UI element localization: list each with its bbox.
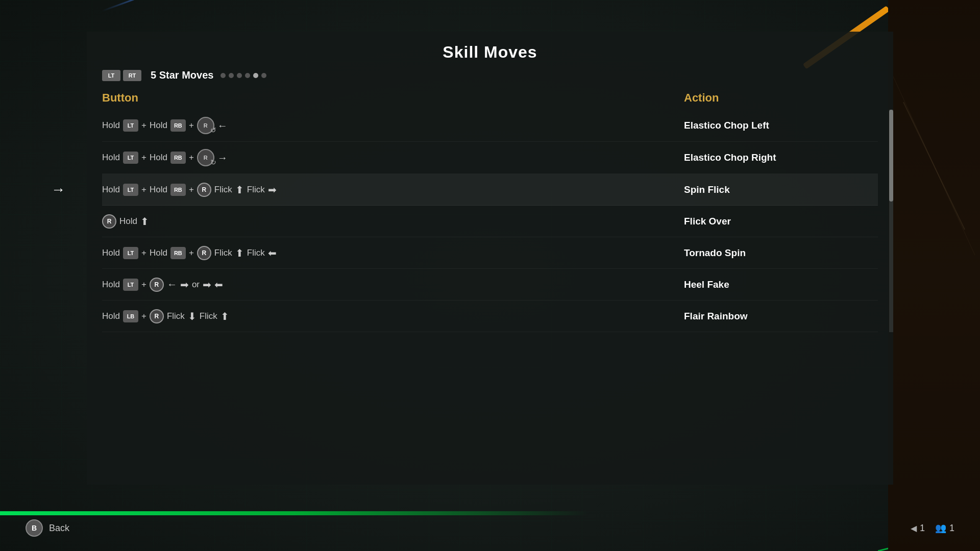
- plus-5b: +: [189, 248, 194, 258]
- hold-text-5b: Hold: [150, 248, 167, 258]
- flick-text-5a: Flick: [214, 248, 232, 258]
- rb-badge-2: RB: [170, 152, 186, 164]
- table-row[interactable]: Hold LT + Hold RB + R ↻ → Elastico Chop …: [102, 142, 878, 174]
- hold-text-1: Hold: [102, 120, 120, 131]
- action-name-1: Elastico Chop Left: [684, 120, 878, 131]
- page-prev-icon: ◀: [911, 523, 917, 533]
- button-sequence-4: R Hold ⬆: [102, 214, 684, 229]
- hold-text-3b: Hold: [150, 185, 167, 195]
- dir-left-5b: ⬅: [268, 247, 277, 259]
- dir-up-4: ⬆: [140, 215, 149, 228]
- button-sequence-7: Hold LB + R Flick ⬇ Flick ⬆: [102, 309, 684, 323]
- right-wall-decor: [888, 0, 980, 551]
- current-tab-label: 5 Star Moves: [151, 69, 213, 81]
- button-sequence-3: Hold LT + Hold RB + R Flick ⬆ Flick ➡: [102, 183, 684, 197]
- r-btn-4: R: [102, 214, 116, 229]
- lt-badge-3: LT: [123, 184, 138, 196]
- dir-left-6b: ⬅: [214, 279, 223, 291]
- action-name-2: Elastico Chop Right: [684, 152, 878, 163]
- lt-badge-2: LT: [123, 152, 138, 164]
- tab-dots: [220, 73, 266, 78]
- r-btn-7: R: [150, 309, 164, 323]
- plus-6a: +: [141, 280, 146, 290]
- title-bar: Skill Moves: [87, 32, 893, 69]
- plus-5a: +: [141, 248, 146, 258]
- tab-buttons: LT RT: [102, 70, 141, 81]
- or-text-6: or: [192, 280, 200, 290]
- scrollbar-track[interactable]: [889, 110, 893, 332]
- scrollbar-thumb[interactable]: [889, 110, 893, 202]
- player-icon: 👥: [935, 522, 946, 534]
- flick-text-7a: Flick: [167, 311, 185, 321]
- player-count: 1: [949, 523, 954, 534]
- plus-1b: +: [189, 120, 194, 131]
- action-name-3: Spin Flick: [684, 184, 878, 195]
- hold-text-2: Hold: [102, 153, 120, 163]
- back-button[interactable]: B Back: [26, 519, 69, 537]
- rb-badge-3: RB: [170, 184, 186, 196]
- lt-badge-6: LT: [123, 279, 138, 291]
- lt-badge-1: LT: [123, 119, 138, 132]
- bottom-right-indicators: ◀ 1 👥 1: [911, 522, 954, 534]
- action-name-4: Flick Over: [684, 216, 878, 227]
- action-name-6: Heel Fake: [684, 279, 878, 290]
- dir-right-6b: ➡: [203, 279, 211, 291]
- button-sequence-1: Hold LT + Hold RB + R ↺ ←: [102, 117, 684, 134]
- dir-up-7b: ⬆: [220, 310, 229, 322]
- flick-text-5b: Flick: [247, 248, 265, 258]
- hold-text-2b: Hold: [150, 153, 167, 163]
- tab-dot-1: [220, 73, 226, 78]
- tab-dot-4: [245, 73, 250, 78]
- r-label-1: R: [204, 122, 208, 129]
- r-rotate-left-1: R ↺: [197, 117, 214, 134]
- dir-right-6a: ➡: [180, 279, 189, 291]
- tab-area: LT RT 5 Star Moves: [87, 69, 893, 81]
- hold-text-3: Hold: [102, 185, 120, 195]
- flick-text-3b: Flick: [247, 185, 265, 195]
- svg-marker-0: [888, 0, 980, 551]
- r-label-2: R: [204, 155, 208, 161]
- rb-badge-1: RB: [170, 119, 186, 132]
- plus-1a: +: [141, 120, 146, 131]
- hold-text-4: Hold: [119, 216, 137, 227]
- lb-badge-7: LB: [123, 310, 138, 322]
- r-btn-5: R: [197, 246, 211, 260]
- action-name-5: Tornado Spin: [684, 247, 878, 259]
- action-column-header: Action: [684, 91, 878, 105]
- dir-right-2: →: [217, 152, 228, 164]
- flick-text-7b: Flick: [200, 311, 217, 321]
- plus-7a: +: [141, 311, 146, 321]
- tab-dot-2: [229, 73, 234, 78]
- table-row[interactable]: Hold LB + R Flick ⬇ Flick ⬆ Flair Rainbo…: [102, 300, 878, 332]
- page-title: Skill Moves: [443, 43, 537, 61]
- plus-2a: +: [141, 153, 146, 163]
- dir-down-7a: ⬇: [188, 310, 197, 322]
- table-row[interactable]: Hold LT + R ← ➡ or ➡ ⬅ Heel Fake: [102, 269, 878, 300]
- plus-3b: +: [189, 185, 194, 195]
- main-panel: Skill Moves LT RT 5 Star Moves Button Ac…: [87, 32, 893, 485]
- rb-badge-5: RB: [170, 247, 186, 259]
- bottom-bar: B Back ◀ 1 👥 1: [0, 505, 980, 551]
- page-number: 1: [920, 523, 925, 534]
- back-label: Back: [49, 523, 69, 534]
- button-sequence-5: Hold LT + Hold RB + R Flick ⬆ Flick ⬅: [102, 246, 684, 260]
- flick-text-3a: Flick: [214, 185, 232, 195]
- table-row[interactable]: Hold LT + Hold RB + R ↺ ← Elastico Chop …: [102, 110, 878, 142]
- r-btn-6: R: [150, 278, 164, 292]
- rt-button[interactable]: RT: [123, 70, 141, 81]
- table-row[interactable]: Hold LT + Hold RB + R Flick ⬆ Flick ⬅ To…: [102, 237, 878, 269]
- button-sequence-2: Hold LT + Hold RB + R ↻ →: [102, 149, 684, 166]
- hold-text-1b: Hold: [150, 120, 167, 131]
- dir-left-1: ←: [217, 120, 228, 132]
- tab-dot-5-active: [253, 73, 258, 78]
- lt-button[interactable]: LT: [102, 70, 120, 81]
- dir-left-6a: ←: [167, 279, 177, 290]
- plus-2b: +: [189, 153, 194, 163]
- content-area: Hold LT + Hold RB + R ↺ ← Elastico Chop …: [87, 110, 893, 332]
- dir-right-3b: ➡: [268, 184, 277, 196]
- lt-badge-5: LT: [123, 247, 138, 259]
- table-row[interactable]: → Hold LT + Hold RB + R Flick ⬆ Flick ➡ …: [102, 174, 878, 206]
- table-row[interactable]: R Hold ⬆ Flick Over: [102, 206, 878, 237]
- dir-up-5a: ⬆: [235, 247, 244, 259]
- tab-dot-3: [237, 73, 242, 78]
